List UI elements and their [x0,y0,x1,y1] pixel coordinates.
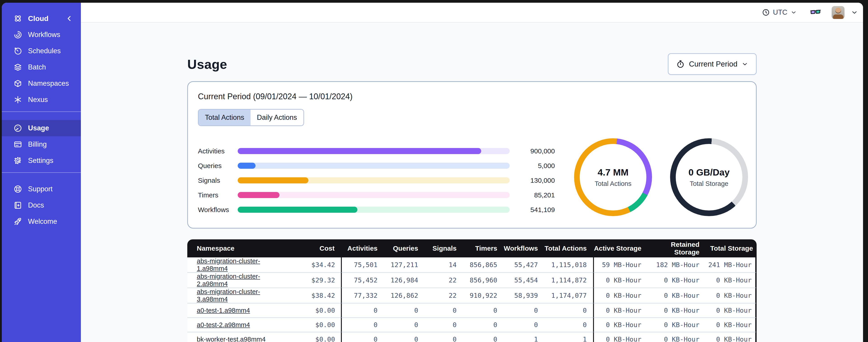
sidebar-item-settings[interactable]: Settings [2,152,81,169]
cell-signals: 14 [425,258,463,272]
current-period-card: Current Period (09/01/2024 — 10/01/2024)… [187,81,756,229]
cloud-orbit-icon [13,14,22,23]
topbar: UTC [81,3,863,23]
cell-total-actions: 0 [544,303,593,317]
cell-activities: 75,452 [341,272,384,287]
sidebar-item-nexus[interactable]: Nexus [2,92,81,108]
sidebar-item-usage[interactable]: Usage [2,120,81,136]
cell-queries: 0 [384,332,425,342]
cell-timers: 0 [463,317,504,332]
table-row: abs-migration-cluster-3.a98mm4$38.4277,3… [187,287,756,303]
period-selector-button[interactable]: Current Period [668,53,756,75]
sidebar-item-workflows[interactable]: Workflows [2,27,81,43]
cell-signals: 0 [425,317,463,332]
main-area: UTC [81,3,863,342]
cell-retained-storage: 0 KB-Hour [650,303,705,317]
cell-namespace: a0-test-2.a98mm4 [187,317,289,332]
actions-bar-chart: Activities 900,000 Queries 5,000 Signals… [198,138,555,217]
actions-tab-group: Total ActionsDaily Actions [198,109,304,126]
cell-workflows: 0 [504,317,544,332]
clock-icon [762,8,770,16]
timezone-selector[interactable]: UTC [762,8,797,16]
nexus-asterisk-icon [13,95,22,104]
sidebar-item-billing[interactable]: Billing [2,136,81,152]
bar-value: 541,109 [510,206,555,214]
cell-workflows: 0 [504,303,544,317]
sidebar-item-welcome[interactable]: Welcome [2,213,81,230]
sidebar-item-batch[interactable]: Batch [2,59,81,75]
cell-namespace: a0-test-1.a98mm4 [187,303,289,317]
bar-label: Activities [198,147,238,155]
batch-layers-icon [13,63,22,71]
cell-retained-storage: 0 KB-Hour [650,317,705,332]
column-header-namespace: Namespace [187,239,289,258]
namespace-link[interactable]: a0-test-2.a98mm4 [197,321,250,329]
cell-total-actions: 1,174,077 [544,287,593,303]
page-content: Usage Current Period Current Period (09/… [81,23,863,342]
cell-cost: $0.00 [289,332,341,342]
bar-chart-row: Signals 130,000 [198,173,555,188]
cell-queries: 126,984 [384,272,425,287]
namespace-link[interactable]: abs-migration-cluster-2.a98mm4 [197,273,260,287]
bar-label: Signals [198,177,238,184]
column-header-cost: Cost [289,239,341,258]
tab-daily-actions[interactable]: Daily Actions [251,110,303,126]
namespace-link[interactable]: bk-worker-test.a98mm4 [197,336,266,342]
column-header-retained-storage: Retained Storage [650,239,705,258]
total-storage-value: 0 GB/Day [688,167,730,178]
user-avatar[interactable] [832,6,844,19]
cell-active-storage: 59 MB-Hour [593,258,650,272]
table-header-row: NamespaceCostActivitiesQueriesSignalsTim… [187,239,756,258]
sidebar-item-namespaces[interactable]: Namespaces [2,75,81,92]
sidebar-item-support[interactable]: Support [2,181,81,197]
cell-namespace: abs-migration-cluster-2.a98mm4 [187,272,289,287]
cell-queries: 0 [384,317,425,332]
cell-retained-storage: 0 KB-Hour [650,272,705,287]
bar-value: 130,000 [510,177,555,184]
sidebar-collapse-button[interactable] [65,15,73,22]
cell-workflows: 58,939 [504,287,544,303]
sidebar-item-label: Settings [28,157,53,165]
bar-track [238,148,510,154]
namespace-link[interactable]: abs-migration-cluster-1.a98mm4 [197,258,260,272]
settings-gear-icon [13,156,22,165]
tab-total-actions[interactable]: Total Actions [198,110,251,126]
docs-book-icon [13,201,22,210]
sidebar-item-label: Usage [28,124,49,132]
namespaces-box-icon [13,79,22,88]
table-row: bk-worker-test.a98mm4$0.000000110 KB-Hou… [187,332,756,342]
namespace-link[interactable]: abs-migration-cluster-3.a98mm4 [197,288,260,303]
bar-track [238,177,510,183]
sidebar-item-schedules[interactable]: Schedules [2,43,81,59]
cell-workflows: 1 [504,332,544,342]
app-window: Cloud Workflows Schedules Batch [2,3,863,342]
cell-total-actions: 0 [544,317,593,332]
cell-activities: 0 [341,317,384,332]
cell-active-storage: 0 KB-Hour [593,332,650,342]
cell-active-storage: 0 KB-Hour [593,317,650,332]
sidebar-item-docs[interactable]: Docs [2,197,81,213]
bar-track [238,163,510,169]
cell-total-actions: 1 [544,332,593,342]
sidebar-item-label: Workflows [28,31,60,39]
cell-signals: 0 [425,332,463,342]
sidebar-item-label: Support [28,185,53,193]
cell-retained-storage: 182 MB-Hour [650,258,705,272]
column-header-signals: Signals [425,239,463,258]
bar-chart-row: Queries 5,000 [198,158,555,173]
welcome-rocket-icon [13,217,22,226]
page-title: Usage [187,57,227,72]
bar-chart-row: Timers 85,201 [198,188,555,202]
feedback-glasses-button[interactable] [810,8,821,17]
bar-fill [238,177,308,183]
user-menu-button[interactable] [851,9,858,16]
cell-total-actions: 1,114,872 [544,272,593,287]
sidebar: Cloud Workflows Schedules Batch [2,3,81,342]
namespace-link[interactable]: a0-test-1.a98mm4 [197,307,250,314]
sidebar-brand-label: Cloud [28,14,49,23]
usage-chart-area: Activities 900,000 Queries 5,000 Signals… [198,138,746,217]
sidebar-brand-cloud[interactable]: Cloud [2,10,81,27]
sidebar-item-label: Nexus [28,96,48,104]
cell-active-storage: 0 KB-Hour [593,272,650,287]
column-header-total-actions: Total Actions [544,239,593,258]
